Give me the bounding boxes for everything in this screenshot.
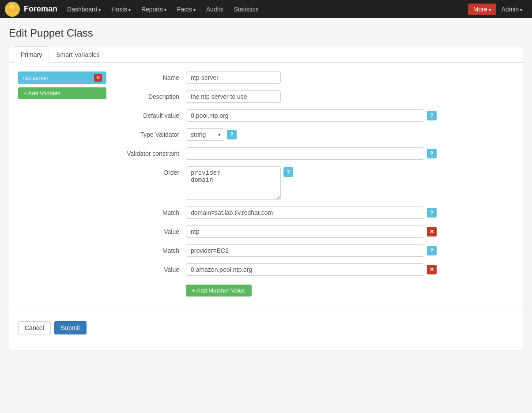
nav-item-dashboard[interactable]: Dashboard <box>62 1 106 17</box>
value-2-delete-button[interactable]: ✕ <box>427 265 437 274</box>
default-value-input[interactable] <box>186 109 424 122</box>
main-card: Primary Smart Variables ntp-server ✕ + A… <box>9 46 523 350</box>
nav-item-statistics[interactable]: Statistics <box>229 1 264 17</box>
svg-point-2 <box>9 4 15 10</box>
type-validator-help-button[interactable]: ? <box>227 130 237 139</box>
nav-item-audits[interactable]: Audits <box>201 1 229 17</box>
form-footer: Cancel Submit <box>9 315 523 341</box>
footer-divider <box>9 308 523 308</box>
admin-button[interactable]: Admin <box>496 4 528 15</box>
nav-item-facts[interactable]: Facts <box>172 1 201 17</box>
order-wrapper: provider domain ? <box>186 166 293 200</box>
match-1-help-button[interactable]: ? <box>427 208 437 218</box>
remove-variable-button[interactable]: ✕ <box>94 74 102 82</box>
tab-primary[interactable]: Primary <box>14 46 49 63</box>
match-2-wrapper: ? <box>186 244 437 257</box>
navbar: Foreman Dashboard Hosts Reports Facts Au… <box>0 0 532 18</box>
default-value-wrapper: ? <box>186 109 437 122</box>
type-validator-select[interactable]: string integer boolean array hash json y… <box>186 128 224 141</box>
value-1-group: Value ✕ <box>120 225 514 238</box>
navbar-right: More Admin <box>468 4 528 15</box>
nav-item-reports[interactable]: Reports <box>136 1 172 17</box>
add-matcher-button[interactable]: + Add Matcher-Value <box>186 285 252 297</box>
name-input[interactable] <box>186 71 281 84</box>
value-1-label: Value <box>120 225 186 235</box>
value-2-wrapper: ✕ <box>186 263 437 276</box>
match-2-group: Match ? <box>120 244 514 257</box>
brand-link[interactable]: Foreman <box>4 1 57 17</box>
order-group: Order provider domain ? <box>120 166 514 200</box>
type-validator-group: Type Validator string integer boolean ar… <box>120 128 514 141</box>
tab-smart-variables[interactable]: Smart Variables <box>49 46 107 63</box>
default-value-group: Default value ? <box>120 109 514 122</box>
submit-button[interactable]: Submit <box>54 321 87 334</box>
match-1-wrapper: ? <box>186 206 437 219</box>
variable-tag[interactable]: ntp-server ✕ <box>18 71 106 84</box>
order-label: Order <box>120 166 186 176</box>
match-1-group: Match ? <box>120 206 514 219</box>
name-label: Name <box>120 71 186 81</box>
variable-tag-label: ntp-server <box>23 75 49 81</box>
validator-constraint-label: Validator constraint <box>120 147 186 157</box>
tab-bar: Primary Smart Variables <box>9 46 523 63</box>
main-nav: Dashboard Hosts Reports Facts Audits Sta… <box>62 1 468 17</box>
value-1-delete-button[interactable]: ✕ <box>427 227 437 237</box>
validator-constraint-input[interactable] <box>186 147 424 160</box>
add-matcher-wrapper: + Add Matcher-Value <box>120 282 514 297</box>
sidebar: ntp-server ✕ + Add Variable <box>18 71 106 297</box>
validator-constraint-wrapper: ? <box>186 147 437 160</box>
validator-constraint-help-button[interactable]: ? <box>427 149 437 158</box>
name-group: Name <box>120 71 514 84</box>
type-validator-wrapper: string integer boolean array hash json y… <box>186 128 237 141</box>
value-1-input[interactable] <box>186 225 424 238</box>
description-label: Description <box>120 90 186 100</box>
type-validator-select-container: string integer boolean array hash json y… <box>186 128 224 141</box>
value-2-input[interactable] <box>186 263 424 276</box>
brand-name: Foreman <box>24 4 57 14</box>
description-group: Description <box>120 90 514 103</box>
default-value-label: Default value <box>120 109 186 119</box>
tab-content: ntp-server ✕ + Add Variable Name Descrip… <box>9 63 523 305</box>
validator-constraint-group: Validator constraint ? <box>120 147 514 160</box>
value-2-group: Value ✕ <box>120 263 514 276</box>
match-1-input[interactable] <box>186 206 424 219</box>
match-2-help-button[interactable]: ? <box>427 246 437 255</box>
add-variable-button[interactable]: + Add Variable <box>18 87 106 99</box>
description-input[interactable] <box>186 90 281 103</box>
svg-point-3 <box>10 5 12 8</box>
foreman-logo <box>4 1 20 17</box>
match-2-label: Match <box>120 244 186 254</box>
form-area: Name Description Default value ? Type Va… <box>120 71 514 297</box>
match-2-input[interactable] <box>186 244 424 257</box>
order-help-button[interactable]: ? <box>283 167 293 177</box>
nav-item-hosts[interactable]: Hosts <box>106 1 136 17</box>
value-1-wrapper: ✕ <box>186 225 437 238</box>
order-textarea[interactable]: provider domain <box>186 166 281 200</box>
more-button[interactable]: More <box>468 4 496 15</box>
page-title: Edit Puppet Class <box>0 18 532 46</box>
default-value-help-button[interactable]: ? <box>427 111 437 120</box>
type-validator-label: Type Validator <box>120 128 186 138</box>
value-2-label: Value <box>120 263 186 273</box>
cancel-button[interactable]: Cancel <box>18 321 51 334</box>
match-1-label: Match <box>120 206 186 216</box>
